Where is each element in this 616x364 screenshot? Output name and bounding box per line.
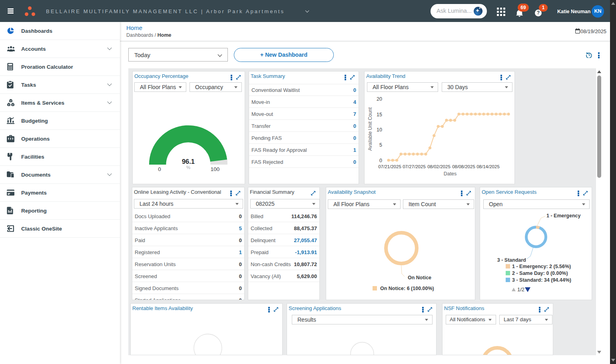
svg-text:07/27/2025: 07/27/2025 bbox=[403, 164, 426, 169]
svg-text:Available Unit Count: Available Unit Count bbox=[367, 107, 373, 151]
svg-text:20: 20 bbox=[377, 96, 382, 102]
svg-text:3 - Standard: 34 (94.44%): 3 - Standard: 34 (94.44%) bbox=[512, 277, 571, 283]
svg-text:100: 100 bbox=[211, 166, 220, 172]
svg-text:07/21/2025: 07/21/2025 bbox=[378, 164, 401, 169]
svg-text:1 - Emergency: 2 (5.56%): 1 - Emergency: 2 (5.56%) bbox=[512, 264, 571, 269]
svg-text:On Notice: 6 (100.00%): On Notice: 6 (100.00%) bbox=[380, 286, 434, 291]
svg-text:%: % bbox=[186, 165, 190, 170]
svg-text:3 - Standard: 3 - Standard bbox=[497, 257, 526, 263]
svg-text:96.1: 96.1 bbox=[182, 158, 195, 165]
svg-text:0: 0 bbox=[158, 166, 161, 172]
svg-text:08/02/2025: 08/02/2025 bbox=[427, 164, 451, 169]
svg-text:0: 0 bbox=[379, 158, 382, 163]
svg-text:15: 15 bbox=[377, 112, 382, 117]
svg-text:Dates: Dates bbox=[444, 171, 457, 177]
svg-text:5: 5 bbox=[379, 142, 382, 148]
svg-text:10: 10 bbox=[377, 127, 382, 133]
svg-text:1/2: 1/2 bbox=[517, 286, 524, 292]
svg-text:2 - Same Day: 0 (0.00%): 2 - Same Day: 0 (0.00%) bbox=[512, 271, 568, 276]
svg-text:On Notice: On Notice bbox=[408, 275, 431, 280]
svg-text:08/08/2025: 08/08/2025 bbox=[452, 164, 475, 169]
svg-text:1 - Emergency: 1 - Emergency bbox=[546, 213, 581, 219]
svg-text:08/14/2025: 08/14/2025 bbox=[476, 164, 500, 169]
